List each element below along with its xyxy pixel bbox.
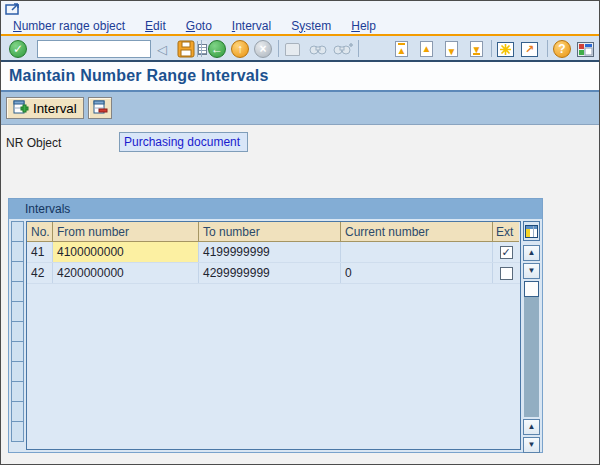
- column-header-ext[interactable]: Ext: [493, 222, 519, 242]
- menu-interval[interactable]: Interval: [222, 19, 281, 33]
- last-page-button[interactable]: ▼: [470, 39, 483, 59]
- command-list-icon: [198, 44, 207, 55]
- scroll-line-down-button[interactable]: ▼: [523, 263, 540, 279]
- menu-goto[interactable]: Goto: [176, 19, 222, 33]
- row-selector-cell[interactable]: [11, 341, 24, 362]
- application-toolbar: Interval: [1, 90, 599, 125]
- main-content: NR Object Purchasing document Intervals …: [1, 125, 599, 462]
- row-selector-cell[interactable]: [11, 381, 24, 402]
- find-next-button[interactable]: [333, 39, 353, 59]
- scrollbar-track[interactable]: [524, 281, 539, 417]
- back-button[interactable]: ←: [208, 39, 226, 59]
- cell-current[interactable]: [341, 242, 493, 262]
- first-page-button[interactable]: ▲: [395, 39, 408, 59]
- cell-no[interactable]: 41: [27, 242, 53, 262]
- intervals-groupbox-title: Intervals: [9, 199, 542, 219]
- toolbar-separator: [491, 40, 492, 57]
- help-icon: ?: [553, 40, 571, 58]
- scrollbar-thumb[interactable]: [524, 281, 539, 297]
- intervals-groupbox: Intervals No. From number To number Curr…: [8, 198, 543, 453]
- save-button[interactable]: [177, 39, 195, 59]
- toolbar-separator: [201, 40, 202, 57]
- next-page-button[interactable]: ▼: [445, 39, 458, 59]
- row-selector-cell[interactable]: [11, 241, 24, 262]
- column-header-no[interactable]: No.: [27, 222, 53, 242]
- find-button[interactable]: [309, 39, 327, 59]
- scroll-line-up-button[interactable]: ▲: [523, 245, 540, 261]
- delete-interval-button[interactable]: [88, 97, 112, 119]
- menu-number-range-object[interactable]: Number range object: [3, 19, 135, 33]
- cell-from[interactable]: 4200000000: [53, 263, 199, 283]
- table-settings-icon: [525, 225, 538, 238]
- cell-to[interactable]: 4299999999: [199, 263, 341, 283]
- row-selector-cell[interactable]: [11, 321, 24, 342]
- table-row: 42 4200000000 4299999999 0: [27, 263, 520, 284]
- menu-help[interactable]: Help: [341, 19, 386, 33]
- standard-toolbar: ✓ ◁ ← ↑ ×: [1, 36, 599, 62]
- collapse-command-button[interactable]: ◁: [157, 39, 167, 59]
- save-icon: [177, 40, 195, 58]
- column-header-current[interactable]: Current number: [341, 222, 493, 242]
- collapse-command-field-icon: ◁: [157, 42, 167, 57]
- insert-interval-button[interactable]: Interval: [6, 97, 84, 119]
- previous-page-icon: ▲: [420, 41, 433, 57]
- toolbar-separator: [547, 40, 548, 57]
- command-history-button[interactable]: [197, 41, 207, 57]
- cancel-button[interactable]: ×: [254, 39, 272, 59]
- column-header-from[interactable]: From number: [53, 222, 199, 242]
- row-selector-cell[interactable]: [11, 401, 24, 422]
- toolbar-separator: [278, 40, 279, 57]
- ext-checkbox[interactable]: ✓: [500, 246, 513, 259]
- command-input[interactable]: [38, 41, 197, 57]
- row-selector-column: [11, 221, 24, 442]
- enter-button[interactable]: ✓: [9, 39, 27, 59]
- row-selector-cell[interactable]: [11, 361, 24, 382]
- back-icon: ←: [208, 40, 226, 58]
- row-selector-cell[interactable]: [11, 301, 24, 322]
- menu-bar: Number range object Edit Goto Interval S…: [1, 17, 599, 34]
- cell-no[interactable]: 42: [27, 263, 53, 283]
- scroll-page-down-button[interactable]: ▼: [523, 437, 540, 453]
- nr-object-label: NR Object: [6, 136, 61, 150]
- nr-object-field[interactable]: Purchasing document: [119, 132, 248, 152]
- print-icon: [285, 43, 300, 56]
- toolbar-separator: [358, 40, 359, 57]
- cell-from[interactable]: 4100000000: [53, 242, 199, 262]
- command-field[interactable]: [37, 40, 151, 58]
- first-page-icon: ▲: [395, 41, 408, 57]
- table-header-row: No. From number To number Current number…: [27, 222, 520, 242]
- print-button[interactable]: [285, 39, 300, 59]
- row-selector-cell[interactable]: [11, 281, 24, 302]
- create-shortcut-button[interactable]: ↗: [521, 39, 538, 59]
- row-selector-cell[interactable]: [11, 261, 24, 282]
- enter-icon: ✓: [9, 40, 27, 58]
- cell-to[interactable]: 4199999999: [199, 242, 341, 262]
- menu-system[interactable]: System: [281, 19, 341, 33]
- menu-edit[interactable]: Edit: [135, 19, 176, 33]
- customize-layout-icon: [577, 42, 594, 57]
- cancel-icon: ×: [254, 40, 272, 58]
- cell-ext: ✓: [493, 242, 519, 262]
- table-settings-button[interactable]: [523, 221, 540, 241]
- table-scroll-column: ▲ ▼ ▲ ▼: [523, 221, 540, 241]
- ext-checkbox[interactable]: [500, 267, 513, 280]
- last-page-icon: ▼: [470, 41, 483, 57]
- new-session-button[interactable]: [497, 39, 514, 59]
- row-selector-cell[interactable]: [11, 221, 24, 242]
- column-header-to[interactable]: To number: [199, 222, 341, 242]
- sap-window: Number range object Edit Goto Interval S…: [0, 0, 600, 465]
- help-button[interactable]: ?: [553, 39, 571, 59]
- insert-interval-label: Interval: [33, 101, 77, 116]
- intervals-table-area: No. From number To number Current number…: [9, 219, 542, 452]
- system-menu-icon[interactable]: [5, 3, 21, 15]
- window-title-strip: [1, 1, 599, 17]
- customize-layout-button[interactable]: [577, 39, 594, 59]
- scroll-page-up-button[interactable]: ▲: [523, 419, 540, 435]
- exit-button[interactable]: ↑: [231, 39, 249, 59]
- cell-ext: [493, 263, 519, 283]
- next-page-icon: ▼: [445, 41, 458, 57]
- previous-page-button[interactable]: ▲: [420, 39, 433, 59]
- table-row: 41 4100000000 4199999999 ✓: [27, 242, 520, 263]
- cell-current[interactable]: 0: [341, 263, 493, 283]
- row-selector-cell[interactable]: [11, 421, 24, 442]
